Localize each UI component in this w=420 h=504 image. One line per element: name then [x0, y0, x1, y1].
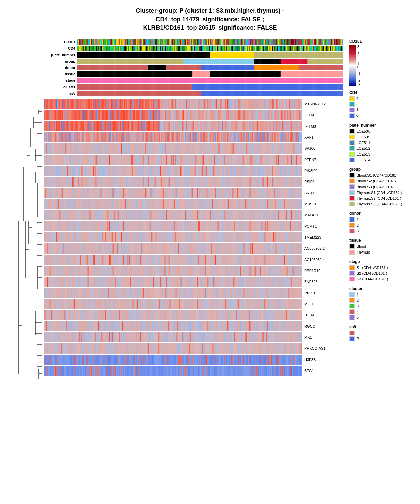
- gene-row: RGCC: [44, 321, 343, 332]
- legend-label: Blood: [357, 244, 366, 248]
- legend-item: Thymus.S3 (CD4-/CD161+): [349, 202, 417, 206]
- legend-label: Blood.S3 (CD4-/CD161+): [357, 185, 398, 189]
- annotation-label-vs8: vs8: [44, 91, 77, 95]
- gene-label: XAF1: [302, 135, 343, 139]
- cd4-swatch-0: [349, 113, 355, 118]
- gene-label: ZNF326: [302, 280, 343, 284]
- legend-swatch: [349, 298, 355, 303]
- cd161-tick-2: 2: [357, 52, 359, 56]
- legend-label: S3 (CD4-/CD161+): [357, 277, 388, 281]
- gene-heatmap-pcmt1: [44, 221, 302, 231]
- annotation-label-group: group: [44, 59, 77, 63]
- legend-swatch: [349, 146, 355, 151]
- annotation-label-donor: donor: [44, 66, 77, 70]
- gene-row: ZNF326: [44, 276, 343, 287]
- gene-label: MX1: [302, 335, 343, 339]
- legend-donor-items: 123: [349, 217, 417, 233]
- legend-plate-items: LCE508LCE509LCE511LCE512LCE513LCE514: [349, 129, 417, 162]
- gene-row: IFITM1: [44, 110, 343, 121]
- cd161-tick-0: 0: [357, 65, 359, 69]
- legend-item: Blood.S3 (CD4-/CD161+): [349, 184, 417, 189]
- legend-swatch: [349, 184, 355, 189]
- title-line2: CD4_top 14479_significance: FALSE ;: [136, 15, 284, 24]
- gene-label: H3F3B: [302, 358, 343, 362]
- gene-heatmap-h3f3b: [44, 355, 302, 365]
- annotation-label-tissue: tissue: [44, 72, 77, 76]
- legend-label: LCE509: [357, 135, 370, 139]
- legend-vs8-items: OP: [349, 331, 417, 341]
- gene-rows-container: MTRNR2L12IFITM1IFITM3XAF1SP100PTPN7PIK3I…: [44, 99, 343, 376]
- gene-heatmap-tmem223: [44, 232, 302, 242]
- legend-swatch: [349, 265, 355, 270]
- legend-item: LCE509: [349, 135, 417, 139]
- legend-label: 1: [357, 293, 359, 297]
- legend-item: S3 (CD4-/CD161+): [349, 277, 417, 281]
- legend-cluster-title: cluster: [349, 286, 417, 291]
- annotation-label-cd161: CD161: [44, 40, 77, 44]
- legend-swatch: [349, 140, 355, 145]
- legend-item: S1 (CD4+/CD161-): [349, 265, 417, 270]
- legend-tissue-title: tissue: [349, 238, 417, 243]
- legend-cd161-title: CD161: [349, 39, 417, 44]
- gene-label: PIK3IP1: [302, 169, 343, 173]
- chart-title: Cluster-group: P (cluster 1; S3.mix.high…: [136, 7, 284, 32]
- dendrogram-svg: [13, 106, 44, 382]
- gene-label: RRP1B: [302, 291, 343, 295]
- legend-area: CD161 3 2 1 0 -1 -2 -3 CD4: [343, 39, 417, 346]
- gene-heatmap-malat1: [44, 210, 302, 220]
- legend-swatch: [349, 202, 355, 206]
- legend-swatch: [349, 336, 355, 341]
- gene-label: IFITM1: [302, 113, 343, 117]
- legend-label: LCE514: [357, 158, 370, 162]
- legend-plate-title: plate_number: [349, 123, 417, 128]
- gene-label: PPP1R10: [302, 269, 343, 273]
- legend-swatch: [349, 229, 355, 233]
- gene-heatmap-ppp1r10: [44, 266, 302, 276]
- gene-label: BRD3: [302, 191, 343, 195]
- annotation-canvas-donor: [77, 65, 343, 70]
- gene-heatmap-brd3: [44, 188, 302, 198]
- gene-label: MUS81: [302, 202, 343, 206]
- annotation-canvas-group: [77, 59, 343, 64]
- legend-item: P: [349, 336, 417, 341]
- gene-row: XAF1: [44, 132, 343, 143]
- gene-label: SP100: [302, 146, 343, 150]
- legend-label: LCE508: [357, 129, 370, 133]
- gene-row: AC105052.4: [44, 254, 343, 265]
- legend-group-items: Blood.S1 (CD4+/CD161-)Blood.S2 (CD4-/CD1…: [349, 173, 417, 206]
- legend-swatch: [349, 190, 355, 195]
- gene-label: ITGAE: [302, 313, 343, 317]
- gene-heatmap-ifitm3: [44, 121, 302, 131]
- legend-item: 5: [349, 315, 417, 320]
- legend-label: Thymus: [357, 250, 370, 254]
- legend-vs8: vs8 OP: [349, 325, 417, 341]
- gene-row: RRP1B: [44, 288, 343, 298]
- gene-label: BTG1: [302, 369, 343, 373]
- cd161-gradient: [349, 45, 356, 86]
- legend-item: 2: [349, 298, 417, 303]
- annotation-row-plate_number: plate_number: [44, 52, 343, 58]
- legend-item: 1: [349, 292, 417, 297]
- gene-heatmap-mtrnr2l12: [44, 99, 302, 109]
- annotation-row-donor: donor: [44, 65, 343, 71]
- legend-label: Blood.S2 (CD4-/CD161-): [357, 179, 398, 183]
- gene-row: PIK3IP1: [44, 165, 343, 176]
- legend-swatch: [349, 315, 355, 320]
- legend-item: LCE512: [349, 146, 417, 151]
- annotation-canvas-cd4: [77, 46, 343, 51]
- legend-item: O: [349, 331, 417, 335]
- cd161-tick-3: 3: [357, 45, 359, 49]
- annotation-row-vs8: vs8: [44, 90, 343, 96]
- legend-group-title: group: [349, 167, 417, 172]
- gene-row: PTPN7: [44, 154, 343, 165]
- legend-item: Blood.S1 (CD4+/CD161-): [349, 173, 417, 178]
- legend-tissue-items: BloodThymus: [349, 244, 417, 255]
- gene-heatmap-ifitm1: [44, 110, 302, 120]
- title-line3: KLRB1/CD161_top 20515_significance: FALS…: [136, 24, 284, 32]
- dendrogram-left: [13, 106, 44, 384]
- gene-row: TMEM223: [44, 232, 343, 243]
- title-line1: Cluster-group: P (cluster 1; S3.mix.high…: [136, 7, 284, 15]
- legend-cluster-items: 12345: [349, 292, 417, 320]
- gene-row: BRD3: [44, 188, 343, 198]
- gene-label: PCMT1: [302, 224, 343, 228]
